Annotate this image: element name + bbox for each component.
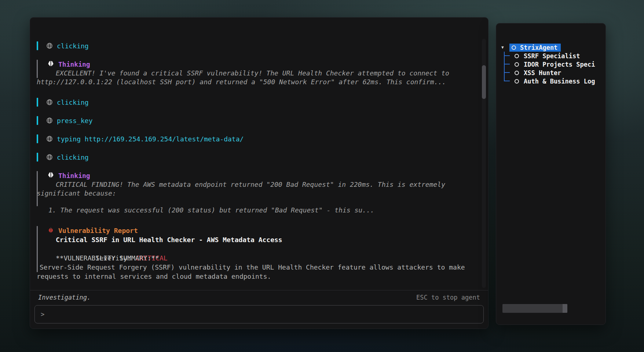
tool-accent-bar	[37, 116, 38, 125]
tool-accent-bar	[37, 134, 38, 143]
agent-tree-panel: ▼ StrixAgent SSRF Specialist IDOR Projec…	[496, 23, 606, 325]
agent-node-icon	[515, 62, 519, 67]
report-title: Vulnerability Report	[58, 227, 138, 234]
tool-call-label: clicking	[57, 153, 89, 161]
tree-node-label: XSS Hunter	[524, 69, 561, 77]
report-severity-line: Severity:CRITICAL	[56, 244, 472, 253]
tree-node-label: Auth & Business Log	[524, 78, 595, 85]
tree-connector-stub	[504, 55, 510, 56]
tool-call-entry[interactable]: typing http://169.254.169.254/latest/met…	[37, 134, 472, 144]
tree-node-idor-projects-specialist[interactable]: IDOR Projects Speci	[501, 60, 604, 68]
report-heading: Critical SSRF in URL Health Checker - AW…	[56, 235, 472, 244]
prompt-symbol: >	[41, 311, 44, 318]
thinking-entry[interactable]: Thinking CRITICAL FINDING! The AWS metad…	[37, 171, 472, 215]
globe-icon	[46, 136, 53, 142]
tree-node-selected-highlight[interactable]: StrixAgent	[509, 44, 561, 52]
thinking-title: Thinking	[58, 60, 90, 68]
tool-accent-bar	[37, 41, 38, 50]
tree-node-auth-business-logic[interactable]: Auth & Business Log	[501, 77, 604, 85]
command-input-field[interactable]	[49, 311, 477, 318]
agent-node-icon	[515, 54, 519, 58]
tree-node-label: IDOR Projects Speci	[524, 61, 595, 68]
globe-icon	[46, 99, 53, 105]
tree-connector-stub	[504, 72, 510, 73]
agent-status-text: Investigating.	[38, 294, 91, 301]
vulnerability-report-entry[interactable]: Vulnerability Report Critical SSRF in UR…	[37, 226, 472, 281]
globe-icon	[46, 154, 53, 160]
tool-call-entry[interactable]: press_key	[37, 116, 472, 125]
tree-connector-stub	[504, 64, 510, 64]
globe-icon	[46, 42, 53, 49]
tool-call-entry[interactable]: clicking	[37, 97, 472, 107]
status-bar: Investigating. ESC to stop agent	[30, 290, 488, 304]
thinking-text-line: 1. The request was successful (200 statu…	[48, 206, 472, 215]
agent-node-icon	[515, 79, 519, 84]
bug-icon	[48, 227, 54, 234]
thinking-text-line: significant because:	[37, 189, 472, 198]
thinking-text-line: http://127.0.0.1:22 (localhost SSH port)…	[37, 78, 472, 86]
thinking-title: Thinking	[58, 172, 90, 179]
report-accent-bar	[37, 226, 38, 272]
tree-scrollbar[interactable]	[502, 304, 567, 313]
tool-call-label: typing http://169.254.169.254/latest/met…	[57, 135, 244, 143]
thinking-accent-bar	[37, 60, 38, 78]
tool-accent-bar	[37, 98, 38, 107]
report-summary-header: **VULNERABILITY SUMMARY:**	[56, 253, 472, 263]
brain-icon	[48, 172, 54, 179]
thinking-text-line: EXCELLENT! I've found a critical SSRF vu…	[56, 69, 472, 78]
tree-connector-stub	[504, 81, 510, 81]
tree-node-label: StrixAgent	[520, 44, 557, 51]
agent-tree: ▼ StrixAgent SSRF Specialist IDOR Projec…	[501, 43, 604, 85]
tree-connector-line	[504, 52, 505, 81]
thinking-entry[interactable]: Thinking EXCELLENT! I've found a critica…	[37, 59, 472, 86]
tool-call-label: clicking	[57, 42, 89, 50]
thinking-accent-bar	[37, 171, 38, 206]
tree-node-xss-hunter[interactable]: XSS Hunter	[501, 68, 604, 77]
tool-accent-bar	[37, 153, 38, 162]
tool-call-entry[interactable]: clicking	[37, 41, 472, 51]
agent-node-icon	[515, 71, 519, 75]
log-scrollbar-track[interactable]	[482, 39, 486, 288]
tool-call-label: press_key	[57, 117, 93, 125]
tool-call-label: clicking	[57, 99, 89, 106]
tree-node-ssrf-specialist[interactable]: SSRF Specialist	[501, 52, 604, 60]
report-summary-line: requests to internal services and cloud …	[37, 272, 472, 281]
tree-node-strixagent[interactable]: ▼ StrixAgent	[501, 43, 604, 52]
log-scrollbar-thumb[interactable]	[482, 65, 486, 99]
tool-call-entry[interactable]: clicking	[37, 152, 472, 162]
agent-node-icon	[512, 45, 516, 50]
globe-icon	[46, 117, 53, 124]
tree-scrollbar-thumb[interactable]	[563, 304, 567, 313]
collapse-arrow-icon[interactable]: ▼	[501, 45, 506, 50]
command-input[interactable]: >	[34, 305, 484, 323]
tree-node-label: SSRF Specialist	[524, 52, 580, 60]
esc-stop-hint: ESC to stop agent	[416, 294, 480, 301]
report-summary-line: Server-Side Request Forgery (SSRF) vulne…	[40, 263, 472, 272]
brain-icon	[48, 60, 54, 68]
agent-console-panel: clicking Thinking EXCELLENT! I've found …	[30, 17, 489, 329]
desktop-background: clicking Thinking EXCELLENT! I've found …	[0, 0, 644, 352]
agent-log: clicking Thinking EXCELLENT! I've found …	[30, 18, 488, 290]
thinking-text-line: CRITICAL FINDING! The AWS metadata endpo…	[56, 180, 472, 189]
